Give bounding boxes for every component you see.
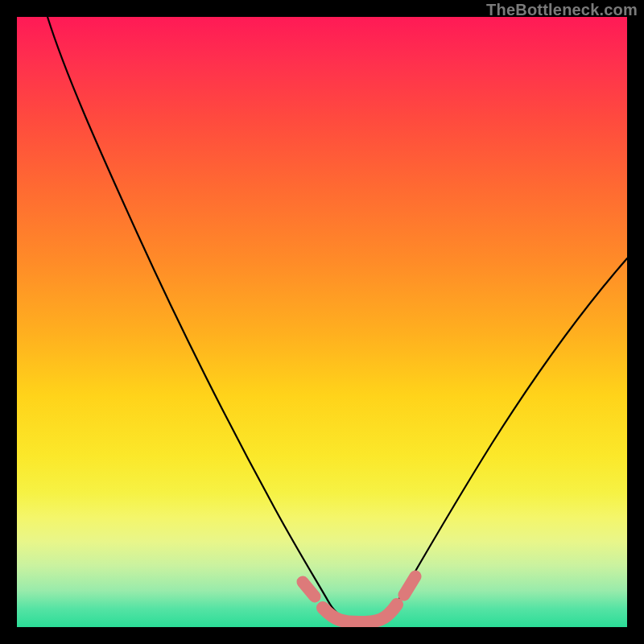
curve-right-path <box>397 258 627 603</box>
highlight-line <box>323 605 397 622</box>
highlight-line <box>303 582 315 597</box>
curve-svg <box>17 17 627 627</box>
plot-area <box>17 17 627 627</box>
highlight-line <box>404 576 415 595</box>
chart-frame: TheBottleneck.com <box>0 0 644 644</box>
watermark-text: TheBottleneck.com <box>486 1 638 19</box>
curve-left-path <box>47 17 329 603</box>
